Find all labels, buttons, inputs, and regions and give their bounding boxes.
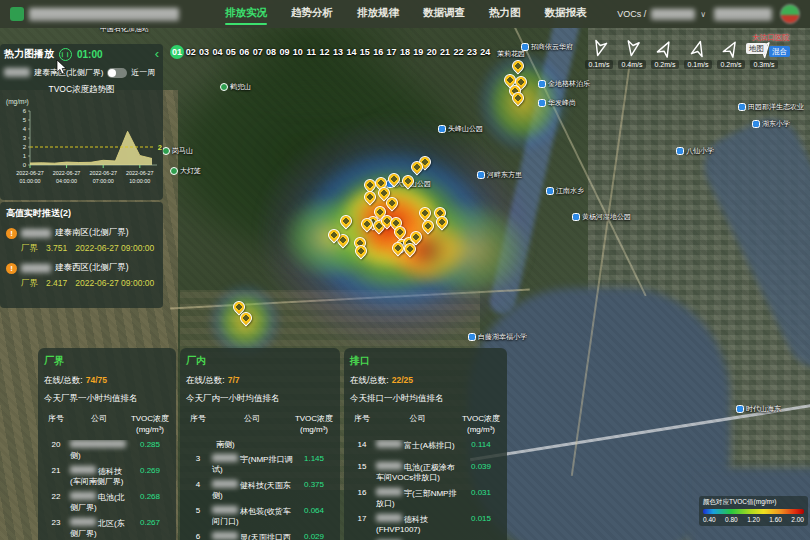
map-poi-icon <box>468 333 476 341</box>
range-toggle[interactable] <box>107 68 127 78</box>
table-row[interactable]: 6显(天面排口西侧)0.029 <box>186 532 334 540</box>
timeline-hour-10[interactable]: 10 <box>291 45 304 59</box>
row-tvoc-value: 0.039 <box>461 462 501 471</box>
table-row[interactable]: 23北区(东侧厂界)0.267 <box>44 518 170 539</box>
table-row[interactable]: 14富士(A栋排口)0.114 <box>350 440 501 457</box>
row-no: 16 <box>350 488 374 497</box>
playback-title: 热力图播放 <box>4 47 54 61</box>
timeline-hour-20[interactable]: 20 <box>425 45 438 59</box>
table-row[interactable]: 20侧)0.285 <box>44 440 170 461</box>
avatar[interactable] <box>780 4 800 24</box>
map-label: 岗马山 <box>162 146 193 156</box>
push-item-values: 厂界3.7512022-06-27 09:00:00 <box>21 243 157 255</box>
push-item-1[interactable]: !建泰南区(北侧厂界)厂界3.7512022-06-27 09:00:00 <box>6 227 157 255</box>
timeline-hour-01[interactable]: 01 <box>170 45 184 59</box>
svg-text:1: 1 <box>23 153 27 159</box>
push-item-site-name: 建泰南区(北侧厂界) <box>55 227 129 239</box>
tab-1[interactable]: 排放实况 <box>225 3 267 25</box>
timeline-hour-16[interactable]: 16 <box>371 45 384 59</box>
wind-vector-3: 0.2m/s <box>650 40 680 69</box>
timeline-hour-15[interactable]: 15 <box>358 45 371 59</box>
map-poi-icon <box>736 405 744 413</box>
timeline-hour-19[interactable]: 19 <box>412 45 425 59</box>
timeline-hour-03[interactable]: 03 <box>197 45 210 59</box>
tab-6[interactable]: 数据报表 <box>545 3 587 25</box>
push-item-2[interactable]: !建泰西区(北侧厂界)厂界2.4172022-06-27 09:00:00 <box>6 262 157 290</box>
map-poi-text: 江南水乡 <box>556 186 584 196</box>
dashboard: 中国石化加油站鹤兜山岗马山大灯笼茉莉花园招商依云华府金地格林泊乐华发峰尚头峰山公… <box>0 0 810 540</box>
pause-button[interactable]: ❙❙ <box>59 48 72 61</box>
wind-vector-4: 0.1m/s <box>683 40 713 69</box>
timeline-hour-21[interactable]: 21 <box>438 45 451 59</box>
push-panel-title: 高值实时推送(2) <box>6 207 157 220</box>
row-no: 14 <box>350 440 374 449</box>
vocs-selector[interactable]: VOCs / ∨ <box>617 9 706 20</box>
table-row[interactable]: 4健科技(天面东侧)0.375 <box>186 480 334 501</box>
tab-2[interactable]: 趋势分析 <box>291 3 333 25</box>
table-row[interactable]: 17德科技(FHVP1007)0.015 <box>350 514 501 535</box>
map-type-switch: 地图混合 <box>746 43 790 54</box>
row-company-blurred <box>70 440 126 448</box>
timeline-hour-09[interactable]: 09 <box>278 45 291 59</box>
map-poi-icon <box>676 147 684 155</box>
timeline-hour-13[interactable]: 13 <box>331 45 344 59</box>
timeline-hour-18[interactable]: 18 <box>398 45 411 59</box>
trend-chart-svg: 012345622022-06-2701:00:002022-06-2704:0… <box>4 105 163 197</box>
timeline-hour-07[interactable]: 07 <box>251 45 264 59</box>
row-tvoc-value: 0.375 <box>294 480 334 489</box>
timeline-hour-02[interactable]: 02 <box>184 45 197 59</box>
tab-4[interactable]: 数据调查 <box>423 3 465 25</box>
timeline-hour-12[interactable]: 12 <box>318 45 331 59</box>
map-poi-icon <box>170 167 178 175</box>
map-poi-text: 田园郡洋生态农业 <box>748 102 804 112</box>
online-count: 在线/总数:7/7 <box>186 375 334 387</box>
table-row[interactable]: 16宇(三部NMP排放口)0.031 <box>350 488 501 509</box>
timeline-hour-06[interactable]: 06 <box>238 45 251 59</box>
timeline-hour-04[interactable]: 04 <box>211 45 224 59</box>
chevron-down-icon[interactable]: ∨ <box>700 10 706 19</box>
map-poi-text: 八仙小学 <box>686 146 714 156</box>
svg-text:0: 0 <box>23 162 27 168</box>
row-company-blurred <box>376 462 402 470</box>
mouse-cursor <box>56 60 68 76</box>
row-company: 富士(A栋排口) <box>374 440 461 451</box>
row-tvoc-value: 0.269 <box>130 466 170 475</box>
map-poi-icon <box>738 103 746 111</box>
row-company-blurred <box>212 506 238 514</box>
map-poi-text: 华发峰尚 <box>548 98 576 108</box>
timeline-hour-11[interactable]: 11 <box>305 45 318 59</box>
chart-title: TVOC浓度趋势图 <box>4 84 159 96</box>
timeline-hour-17[interactable]: 17 <box>385 45 398 59</box>
row-company: 德科技(FHVP1007) <box>374 514 461 535</box>
timeline-hour-05[interactable]: 05 <box>224 45 237 59</box>
map-label: 金地格林泊乐 <box>538 79 590 89</box>
timeline-hour-08[interactable]: 08 <box>264 45 277 59</box>
map-type-map-button[interactable]: 地图 <box>746 43 767 54</box>
table-row[interactable]: 3宇(NMP排口调试)1.145 <box>186 454 334 475</box>
row-company-suffix: 富士(A栋排口) <box>404 441 455 450</box>
table-row[interactable]: 22电池(北侧厂界)0.268 <box>44 492 170 513</box>
table-row[interactable]: 21德科技(车间南侧厂界)0.269 <box>44 466 170 487</box>
col-header-company: 公司 <box>374 413 461 424</box>
row-no: 20 <box>44 440 68 449</box>
map-poi-text: 鹤兜山 <box>230 82 251 92</box>
online-label: 在线/总数: <box>186 375 225 385</box>
timeline-hour-23[interactable]: 23 <box>465 45 478 59</box>
push-item-type: 厂界 <box>21 243 38 255</box>
table-row[interactable]: 15电池(正极涂布车间VOCs排放口)0.039 <box>350 462 501 483</box>
timeline-hour-22[interactable]: 22 <box>452 45 465 59</box>
row-company: 侧) <box>68 440 130 461</box>
table-row[interactable]: 5林包装(收货车间门口)0.064 <box>186 506 334 527</box>
row-company-blurred <box>212 454 238 462</box>
map-poi-text: 时代山海东 <box>746 404 781 414</box>
timeline-hour-24[interactable]: 24 <box>479 45 492 59</box>
tab-5[interactable]: 热力图 <box>489 3 521 25</box>
warning-icon: ! <box>6 228 17 239</box>
map-label: 河畔东方里 <box>477 170 522 180</box>
collapse-panel-icon[interactable]: ‹ <box>155 49 159 59</box>
wind-vector-1: 0.1m/s <box>584 40 614 69</box>
timeline-hour-14[interactable]: 14 <box>345 45 358 59</box>
map-type-hybrid-button[interactable]: 混合 <box>769 46 790 57</box>
map-label: 八仙小学 <box>676 146 714 156</box>
tab-3[interactable]: 排放规律 <box>357 3 399 25</box>
